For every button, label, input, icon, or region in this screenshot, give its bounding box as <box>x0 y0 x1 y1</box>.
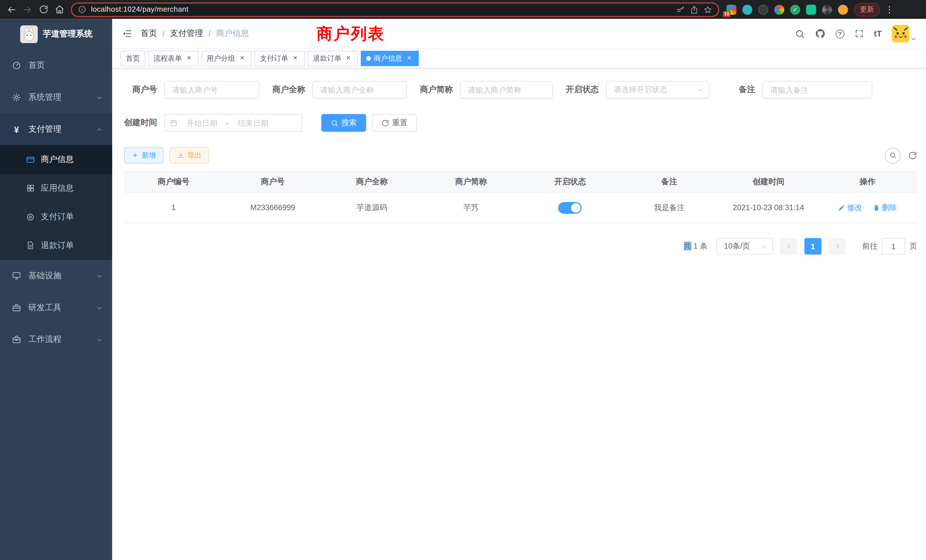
start-date-input[interactable] <box>179 118 225 127</box>
arrow-left-icon <box>6 5 17 15</box>
add-button[interactable]: 新增 <box>124 147 163 163</box>
sidebar-subitem-payment-order[interactable]: 支付订单 <box>0 203 112 231</box>
browser-chrome: localhost:1024/pay/merchant 10 ✓ 更新 ⋮ <box>0 0 926 19</box>
font-size-button[interactable]: tT <box>874 29 882 38</box>
close-icon[interactable]: × <box>344 54 353 63</box>
sidebar-subitem-label: 支付订单 <box>41 212 74 222</box>
payment-submenu: 商户信息 应用信息 支付订单 <box>0 145 112 260</box>
next-page-button[interactable] <box>829 238 846 254</box>
toolbox-icon <box>12 303 21 312</box>
sidebar-subitem-app-info[interactable]: 应用信息 <box>0 174 112 203</box>
forward-button[interactable] <box>20 2 35 17</box>
yen-icon: ¥ <box>12 125 21 134</box>
extension-icon-4[interactable] <box>774 5 784 15</box>
export-button[interactable]: 导出 <box>169 147 209 163</box>
close-icon[interactable]: × <box>291 54 300 63</box>
tab-refund-order[interactable]: 退款订单 × <box>308 51 358 66</box>
page-size-select[interactable]: 10条/页 <box>716 238 773 254</box>
extension-icon-2[interactable] <box>742 5 752 15</box>
back-button[interactable] <box>3 2 20 17</box>
merchant-no-input[interactable] <box>164 81 259 98</box>
close-icon[interactable]: × <box>405 54 413 63</box>
search-button[interactable]: 搜索 <box>321 114 366 132</box>
user-menu[interactable] <box>892 25 917 42</box>
tab-label: 退款订单 <box>313 53 341 63</box>
extension-icon-3[interactable] <box>758 5 768 15</box>
sidebar-item-dashboard[interactable]: 首页 <box>0 50 112 82</box>
bookmark-star-icon[interactable] <box>704 5 712 14</box>
plus-icon <box>132 152 139 159</box>
sidebar-item-system[interactable]: 系统管理 <box>0 82 112 114</box>
question-icon: ? <box>838 30 842 37</box>
active-dot <box>366 56 371 61</box>
tab-home[interactable]: 首页 <box>121 51 145 66</box>
prev-page-button[interactable] <box>780 238 797 254</box>
extension-icon-1[interactable]: 10 <box>726 5 737 15</box>
tab-label: 支付订单 <box>260 53 288 63</box>
gear-icon <box>12 93 21 102</box>
reset-button[interactable]: 重置 <box>372 114 417 132</box>
col-merchant-id: 商户编号 <box>124 172 223 192</box>
sidebar-item-workflow[interactable]: 工作流程 <box>0 324 112 356</box>
header-search-button[interactable] <box>795 29 805 38</box>
delete-link[interactable]: 删除 <box>873 202 897 213</box>
url-bar[interactable]: localhost:1024/pay/merchant <box>71 2 719 17</box>
share-icon[interactable] <box>690 5 699 14</box>
page-button-1[interactable]: 1 <box>804 238 822 254</box>
date-range-picker[interactable]: - <box>164 114 303 132</box>
sidebar-item-label: 研发工具 <box>28 303 61 313</box>
filter-merchant-no: 商户号 <box>124 81 259 98</box>
full-name-input[interactable] <box>312 81 407 98</box>
sidebar-item-label: 首页 <box>28 60 45 71</box>
tab-process-form[interactable]: 流程表单 × <box>148 51 198 66</box>
profile-avatar-icon[interactable] <box>838 5 848 15</box>
sidebar-subitem-refund-order[interactable]: 退款订单 <box>0 231 112 260</box>
goto-page-input[interactable] <box>882 238 905 254</box>
total-suffix: 条 <box>700 242 708 250</box>
navbar: 首页 / 支付管理 / 商户信息 ? <box>112 19 926 48</box>
extension-icon-7[interactable] <box>822 5 832 15</box>
status-toggle[interactable] <box>558 201 582 213</box>
short-name-input[interactable] <box>460 81 553 98</box>
edit-link[interactable]: 修改 <box>838 202 862 213</box>
tab-merchant-info[interactable]: 商户信息 × <box>361 51 419 66</box>
tab-label: 商户信息 <box>374 53 402 63</box>
sidebar-subitem-merchant-info[interactable]: 商户信息 <box>0 145 112 174</box>
tab-user-group[interactable]: 用户分组 × <box>201 51 251 66</box>
reload-button[interactable] <box>35 2 51 17</box>
chevron-up-icon <box>96 126 103 133</box>
sidebar-item-payment[interactable]: ¥ 支付管理 <box>0 114 112 145</box>
close-icon[interactable]: × <box>238 54 246 63</box>
sidebar-logo[interactable]: 芋道管理系统 <box>0 19 112 50</box>
tab-payment-order[interactable]: 支付订单 × <box>254 51 305 66</box>
url-text: localhost:1024/pay/merchant <box>91 5 672 14</box>
breadcrumb-home[interactable]: 首页 <box>141 28 157 39</box>
fold-menu-button[interactable] <box>122 28 132 39</box>
cell-short-name: 芋艿 <box>421 192 520 223</box>
remark-input[interactable] <box>763 81 872 98</box>
extension-badge: 10 <box>723 11 731 17</box>
table-refresh-button[interactable] <box>908 151 917 160</box>
fullscreen-icon <box>855 29 864 38</box>
end-date-input[interactable] <box>230 118 276 127</box>
download-icon <box>177 152 184 159</box>
close-icon[interactable]: × <box>185 54 193 63</box>
chevron-right-icon <box>834 243 841 250</box>
browser-home-button[interactable] <box>51 2 67 17</box>
extension-icon-5[interactable]: ✓ <box>790 5 800 15</box>
extension-icon-6[interactable] <box>806 5 816 15</box>
sidebar: 芋道管理系统 首页 系统管理 ¥ 支付管理 <box>0 19 112 560</box>
key-icon[interactable] <box>676 5 685 14</box>
github-link-button[interactable] <box>815 28 825 39</box>
browser-menu-button[interactable]: ⋮ <box>885 4 894 15</box>
status-select[interactable]: 请选择开启状态 <box>606 81 709 98</box>
breadcrumb-payment[interactable]: 支付管理 <box>170 28 203 39</box>
sidebar-item-devtools[interactable]: 研发工具 <box>0 292 112 324</box>
search-toggle-button[interactable] <box>885 147 900 163</box>
help-button[interactable]: ? <box>836 29 844 38</box>
reload-icon <box>39 5 48 14</box>
table-toolbar: 新增 导出 <box>124 147 917 163</box>
sidebar-item-infrastructure[interactable]: 基础设施 <box>0 260 112 292</box>
fullscreen-button[interactable] <box>855 29 864 38</box>
browser-update-button[interactable]: 更新 <box>854 3 880 16</box>
